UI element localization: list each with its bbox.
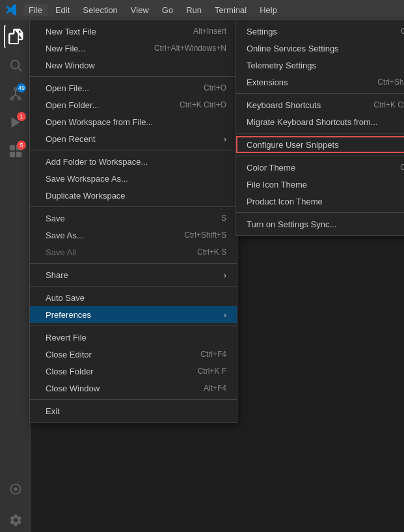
pref-item-extensions[interactable]: Extensions Ctrl+Shift+X (236, 74, 404, 91)
file-menu-dropdown: New Text File Alt+Insert New File... Ctr… (29, 20, 237, 423)
edit-menu-trigger[interactable]: Edit (50, 4, 75, 16)
menu-item-save-all: Save All Ctrl+K S (30, 244, 237, 260)
svg-rect-12 (16, 152, 21, 157)
app-logo (5, 3, 18, 16)
file-menu-trigger[interactable]: File (23, 4, 47, 16)
preferences-submenu: Settings Ctrl+, Online Services Settings… (236, 20, 404, 236)
menu-item-close-folder[interactable]: Close Folder Ctrl+K F (30, 363, 237, 380)
menu-item-open-recent[interactable]: Open Recent › (30, 130, 237, 147)
menu-item-open-file[interactable]: Open File... Ctrl+O (30, 79, 237, 96)
menu-item-save-as[interactable]: Save As... Ctrl+Shift+S (30, 227, 237, 244)
svg-point-13 (14, 488, 18, 491)
menu-item-close-window[interactable]: Close Window Alt+F4 (30, 380, 237, 397)
menu-item-new-file[interactable]: New File... Ctrl+Alt+Windows+N (30, 40, 237, 57)
pref-item-settings[interactable]: Settings Ctrl+, (236, 23, 404, 40)
pref-separator (236, 133, 404, 133)
svg-rect-9 (10, 145, 15, 150)
menu-item-preferences[interactable]: Preferences › (30, 306, 237, 323)
svg-point-0 (11, 61, 20, 69)
svg-point-3 (11, 98, 14, 100)
menu-item-new-window[interactable]: New Window (30, 57, 237, 74)
search-icon[interactable] (4, 53, 27, 77)
svg-line-7 (16, 95, 20, 98)
menu-item-share[interactable]: Share › (30, 266, 237, 283)
pref-item-online-services[interactable]: Online Services Settings (236, 40, 404, 57)
menu-item-open-folder[interactable]: Open Folder... Ctrl+K Ctrl+O (30, 96, 237, 113)
run-debug-badge: 1 (17, 112, 26, 121)
selection-menu-trigger[interactable]: Selection (77, 4, 122, 16)
gear-icon[interactable] (4, 509, 27, 532)
svg-point-4 (18, 98, 21, 100)
menu-item-save[interactable]: Save S (30, 210, 237, 227)
explorer-icon[interactable] (4, 25, 27, 48)
source-control-icon[interactable]: 49 (4, 82, 27, 105)
menu-item-exit[interactable]: Exit (30, 402, 237, 419)
terminal-menu-trigger[interactable]: Terminal (209, 4, 252, 16)
pref-item-keyboard-shortcuts[interactable]: Keyboard Shortcuts Ctrl+K Ctrl+S (236, 96, 404, 113)
pref-item-color-theme[interactable]: Color Theme Ctrl+` (236, 159, 404, 176)
menu-separator (30, 399, 237, 400)
menu-separator (30, 76, 237, 77)
help-menu-trigger[interactable]: Help (254, 4, 282, 16)
menu-separator (30, 150, 237, 150)
menu-item-save-workspace-as[interactable]: Save Workspace As... (30, 170, 237, 187)
menu-item-auto-save[interactable]: Auto Save (30, 289, 237, 306)
menu-separator (30, 263, 237, 264)
menu-item-new-text-file[interactable]: New Text File Alt+Insert (30, 23, 237, 40)
menu-separator (30, 326, 237, 326)
pref-item-file-icon-theme[interactable]: File Icon Theme (236, 176, 404, 193)
run-menu-trigger[interactable]: Run (181, 4, 207, 16)
pref-item-migrate-shortcuts[interactable]: Migrate Keyboard Shortcuts from... (236, 113, 404, 130)
menu-item-add-folder[interactable]: Add Folder to Workspace... (30, 153, 237, 170)
pref-separator (236, 156, 404, 156)
menu-item-close-editor[interactable]: Close Editor Ctrl+F4 (30, 346, 237, 363)
source-control-badge: 49 (17, 83, 26, 92)
menu-item-revert-file[interactable]: Revert File (30, 329, 237, 346)
menu-item-open-workspace[interactable]: Open Workspace from File... (30, 113, 237, 130)
menu-bar: File Edit Selection View Go Run Terminal… (0, 0, 404, 20)
pref-item-telemetry[interactable]: Telemetry Settings (236, 57, 404, 74)
pref-separator (236, 212, 404, 213)
svg-line-6 (12, 95, 16, 98)
view-menu-trigger[interactable]: View (126, 4, 154, 16)
menu-separator (30, 206, 237, 207)
remote-icon[interactable] (4, 477, 27, 501)
pref-item-product-icon-theme[interactable]: Product Icon Theme (236, 193, 404, 210)
svg-line-1 (18, 68, 21, 71)
pref-item-configure-snippets[interactable]: Configure User Snippets (236, 136, 404, 153)
pref-separator (236, 93, 404, 94)
run-debug-icon[interactable]: 1 (4, 111, 27, 134)
extensions-icon[interactable]: 5 (4, 139, 27, 163)
svg-rect-11 (10, 152, 15, 157)
menu-separator (30, 286, 237, 287)
submenu-arrow-icon: › (224, 270, 226, 280)
submenu-arrow-icon: › (224, 134, 226, 144)
submenu-arrow-icon: › (224, 310, 226, 320)
pref-item-settings-sync[interactable]: Turn on Settings Sync... (236, 216, 404, 232)
sidebar: 49 1 5 (0, 20, 31, 532)
menu-item-duplicate-workspace[interactable]: Duplicate Workspace (30, 187, 237, 204)
extensions-badge: 5 (17, 141, 26, 150)
go-menu-trigger[interactable]: Go (157, 4, 178, 16)
